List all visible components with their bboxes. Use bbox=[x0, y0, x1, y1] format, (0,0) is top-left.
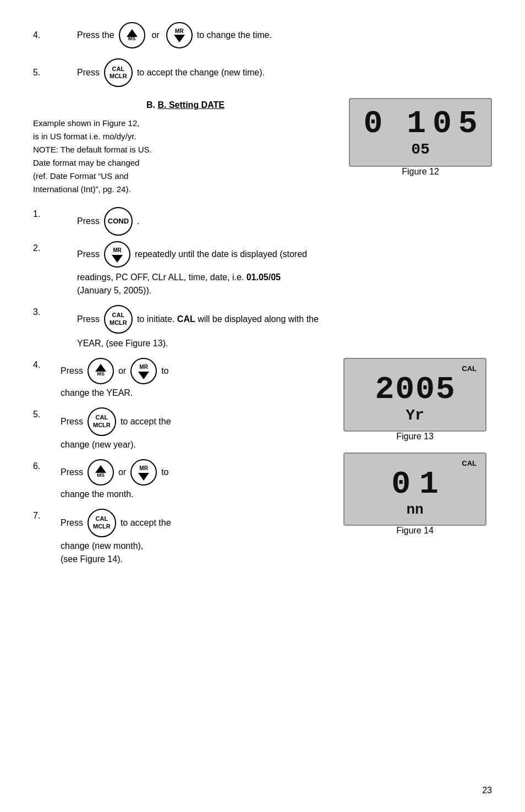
up-ms-button-6b[interactable]: MS bbox=[88, 459, 114, 486]
step-row-4b: 4. Press MS or MR to bbox=[33, 358, 321, 400]
down-mr-button-4[interactable]: MR bbox=[166, 22, 193, 48]
step5-text-before: Press bbox=[77, 68, 100, 78]
mclr-label-7b: MCLR bbox=[93, 523, 111, 530]
down-mr-button-b2[interactable]: MR bbox=[104, 241, 130, 268]
fig14-digit-1: 1 bbox=[419, 468, 439, 500]
step-row-7b: 7. Press CAL MCLR to accept the change (… bbox=[33, 509, 321, 566]
step-b2-text-before: Press bbox=[77, 248, 100, 261]
desc-line1: Example shown in Figure 12, bbox=[33, 118, 139, 128]
fig13-digit-0: 0 bbox=[395, 374, 414, 406]
cal-mclr-button-7b[interactable]: CAL MCLR bbox=[88, 509, 116, 537]
mclr-bottom-label: MCLR bbox=[110, 73, 127, 80]
ms-label-4b: MS bbox=[97, 370, 105, 378]
fig13-digit-5: 5 bbox=[436, 374, 455, 406]
fig12-digit-5: 5 bbox=[458, 108, 478, 140]
step-row-5b: 5. Press CAL MCLR to accept the change (… bbox=[33, 407, 321, 451]
step4b-to: to bbox=[161, 364, 168, 378]
or-sep-4: or bbox=[152, 30, 160, 40]
step-b2-continuation: readings, PC OFF, CLr ALL, time, date, i… bbox=[77, 271, 492, 297]
step-b2-paren: (January 5, 2005)). bbox=[77, 286, 151, 295]
step-num-7b: 7. bbox=[33, 509, 61, 521]
step5b-press: Press bbox=[61, 415, 83, 428]
cond-button-b1[interactable]: COND bbox=[104, 207, 133, 236]
step7b-see-fig14: (see Figure 14). bbox=[61, 554, 123, 564]
step-num-b1: 1. bbox=[33, 207, 77, 219]
step7b-change-month: change (new month), (see Figure 14). bbox=[61, 539, 171, 566]
steps-4-7-left: 4. Press MS or MR to bbox=[33, 358, 321, 570]
figure-12-container: 0 1 0 5 05 Figure 12 bbox=[349, 98, 492, 177]
fig13-cal-label: CAL bbox=[353, 364, 477, 373]
fig14-small-text: nn bbox=[353, 502, 477, 518]
desc-line3: NOTE: The default format is US. bbox=[33, 145, 152, 154]
desc-line4: Date format may be changed bbox=[33, 158, 139, 167]
section-b-desc: Example shown in Figure 12, is in US for… bbox=[33, 117, 338, 196]
step7b-change-month-text: change (new month), bbox=[61, 541, 143, 551]
desc-line2: is in US format i.e. mo/dy/yr. bbox=[33, 132, 136, 141]
step-b1-text: Press bbox=[77, 215, 100, 228]
step-num-b2: 2. bbox=[33, 241, 77, 253]
fig14-digit-0: 0 bbox=[391, 468, 411, 500]
down-arrow-icon-b2 bbox=[112, 255, 123, 263]
fig14-cal-label: CAL bbox=[353, 459, 477, 467]
step6b-press: Press bbox=[61, 466, 83, 479]
figure-14-container: CAL 0 1 nn Figure 14 bbox=[338, 453, 492, 536]
cal-mclr-button-5[interactable]: CAL MCLR bbox=[104, 58, 133, 87]
fig13-digit-2: 2 bbox=[375, 374, 394, 406]
step-num-4b: 4. bbox=[33, 358, 61, 370]
step-num-b3: 3. bbox=[33, 305, 77, 317]
page-number: 23 bbox=[482, 786, 492, 795]
step-row-4: 4. Press the MS or MR to change the time… bbox=[33, 22, 492, 48]
top-steps: 4. Press the MS or MR to change the time… bbox=[33, 22, 492, 87]
up-ms-button-4[interactable]: MS bbox=[119, 22, 145, 48]
steps-4-7-section: 4. Press MS or MR to bbox=[33, 358, 492, 570]
step5b-new-year-text: change (new year). bbox=[61, 440, 136, 449]
fig13-digit-0-2: 0 bbox=[415, 374, 435, 406]
figure-12-display: 0 1 0 5 05 bbox=[349, 98, 492, 167]
down-mr-button-6b[interactable]: MR bbox=[130, 459, 157, 486]
up-ms-button-4b[interactable]: MS bbox=[88, 358, 114, 384]
step-num-5b: 5. bbox=[33, 407, 61, 419]
step-b1-period: . bbox=[137, 215, 139, 228]
fig13-small-text: Yr bbox=[353, 407, 477, 424]
step-b2-bold: 01.05/05 bbox=[247, 273, 281, 282]
cal-mclr-button-5b[interactable]: CAL MCLR bbox=[88, 407, 116, 436]
step-content-4: Press the MS or MR to change the time. bbox=[77, 22, 272, 48]
step-content-4b: Press MS or MR to change the YEA bbox=[61, 358, 168, 400]
step-b2-readings: readings, PC OFF, CLr ALL, time, date, i… bbox=[77, 273, 247, 282]
section-b-title-text: B. Setting DATE bbox=[157, 100, 224, 110]
desc-line6: International (Int)”, pg. 24). bbox=[33, 184, 131, 194]
step-row-6b: 6. Press MS or MR to bbox=[33, 459, 321, 501]
mr-label-6b: MR bbox=[139, 464, 148, 472]
ms-label-6b: MS bbox=[97, 472, 105, 479]
step4b-change-year-text: change the YEAR. bbox=[61, 388, 133, 397]
cond-label: COND bbox=[108, 216, 129, 227]
down-arrow-icon-4b bbox=[138, 372, 149, 379]
cal-top-label: CAL bbox=[112, 66, 125, 73]
step-b3-year-text: YEAR, (see Figure 13). bbox=[77, 339, 168, 348]
step4b-change-year: change the YEAR. bbox=[61, 386, 168, 400]
mr-label-b2: MR bbox=[113, 246, 122, 254]
step4b-or: or bbox=[118, 364, 126, 378]
step-content-b3: Press CAL MCLR to initiate. CAL will be … bbox=[77, 305, 492, 350]
step7b-to-accept: to accept the bbox=[121, 516, 171, 530]
step6b-change-month: change the month. bbox=[61, 488, 168, 501]
step4b-press: Press bbox=[61, 364, 83, 378]
step-content-b1: Press COND . bbox=[77, 207, 492, 236]
mclr-label-5b: MCLR bbox=[93, 422, 111, 429]
down-mr-button-4b[interactable]: MR bbox=[130, 358, 157, 384]
step-content-5: Press CAL MCLR to accept the change (new… bbox=[77, 58, 265, 87]
ms-label: MS bbox=[128, 36, 136, 41]
step-row-b1: 1. Press COND . bbox=[33, 207, 492, 236]
figure-12-label: Figure 12 bbox=[402, 167, 439, 177]
step5-text-after: to accept the change (new time). bbox=[137, 68, 265, 78]
fig14-big-digits: 0 1 bbox=[353, 468, 477, 500]
cal-mclr-button-b3[interactable]: CAL MCLR bbox=[104, 305, 133, 334]
fig12-digit-1: 1 bbox=[407, 108, 426, 140]
step5b-to-accept: to accept the bbox=[121, 415, 171, 428]
mr-label-4b: MR bbox=[139, 363, 148, 371]
down-arrow-icon bbox=[174, 35, 185, 42]
step6b-change-month-text: change the month. bbox=[61, 489, 134, 499]
step4-text-after: to change the time. bbox=[197, 30, 272, 40]
mclr-label-b3: MCLR bbox=[110, 319, 127, 326]
step-content-5b: Press CAL MCLR to accept the change (new… bbox=[61, 407, 171, 451]
